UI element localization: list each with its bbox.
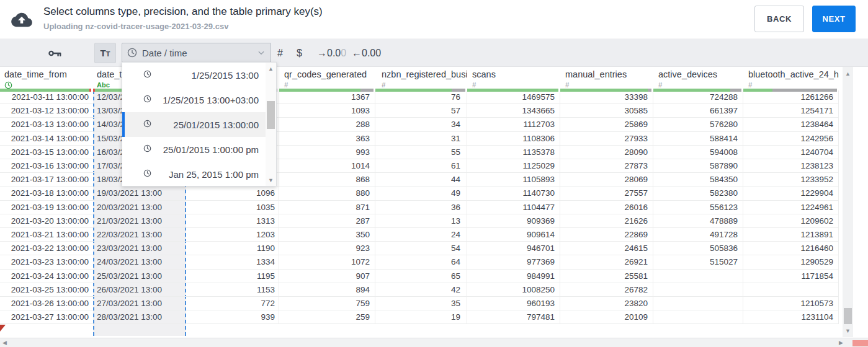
table-cell: 515027 — [653, 255, 743, 269]
table-cell: 1209602 — [743, 214, 839, 228]
next-button[interactable]: NEXT — [812, 6, 856, 32]
table-cell — [653, 270, 743, 283]
table-cell: 1238123 — [743, 159, 839, 173]
table-cell: 1104477 — [467, 201, 560, 214]
table-cell: 26016 — [560, 201, 653, 214]
back-button[interactable]: BACK — [754, 6, 804, 32]
table-cell: 64 — [375, 255, 467, 269]
increase-decimals-button[interactable]: ←0.00 — [352, 39, 381, 67]
table-cell: 2021-03-14 13:00:00 — [0, 132, 93, 146]
table-cell: 1008250 — [467, 283, 560, 297]
column-header-scans[interactable]: scans — [472, 69, 496, 79]
table-cell: 1233952 — [743, 173, 839, 187]
table-cell: 1108306 — [467, 132, 560, 146]
left-arrow-icon: ← — [352, 48, 362, 59]
column-header-bluetooth_active_24_hr_[interactable]: bluetooth_active_24_hr_ — [748, 69, 839, 79]
table-cell: 1313 — [186, 214, 279, 228]
page-title: Select columns type, precision, and the … — [43, 6, 323, 18]
scroll-right-icon[interactable]: ▶ — [839, 340, 843, 346]
horizontal-scroll-thumb[interactable] — [852, 340, 868, 346]
text-type-indicator: Abc — [97, 81, 110, 89]
table-cell: 1112703 — [467, 118, 560, 131]
table-cell: 23/03/2021 13:00 — [93, 242, 186, 255]
vertical-scrollbar[interactable]: ▲ ▼ — [843, 67, 853, 337]
table-cell: 2021-03-22 13:00:00 — [0, 242, 93, 255]
date-format-option[interactable]: 25/01/2015 13:00:00 — [122, 112, 266, 137]
table-cell: 25581 — [560, 270, 653, 283]
table-cell: 724288 — [653, 90, 743, 104]
table-cell: 2021-03-26 13:00:00 — [0, 297, 93, 310]
number-type-indicator: # — [658, 81, 662, 89]
table-cell: 1469575 — [467, 90, 560, 104]
integer-type-button[interactable]: # — [277, 39, 283, 67]
column-header-date_time_from[interactable]: date_time_from — [4, 69, 67, 79]
table-cell: 2021-03-16 13:00:00 — [0, 159, 93, 173]
horizontal-scrollbar[interactable]: ◀ ▶ — [0, 338, 868, 347]
table-cell: 661397 — [653, 104, 743, 118]
column-type-dropdown[interactable]: Date / time — [122, 43, 271, 63]
table-row: 2021-03-23 13:00:0024/03/2021 13:0013341… — [0, 255, 839, 269]
table-cell: 30585 — [560, 104, 653, 118]
table-cell: 61 — [375, 159, 467, 173]
table-cell: 1290529 — [743, 255, 839, 269]
dropdown-scroll-thumb[interactable] — [267, 101, 275, 129]
table-cell: 587890 — [653, 159, 743, 173]
right-arrow-icon: → — [317, 48, 327, 59]
table-row: 2021-03-18 13:00:0019/03/2021 13:0010968… — [0, 187, 839, 200]
table-cell: 1229904 — [743, 187, 839, 200]
table-cell: 2021-03-25 13:00:00 — [0, 283, 93, 297]
table-row: 2021-03-26 13:00:0027/03/2021 13:0077275… — [0, 297, 839, 310]
table-cell: 23820 — [560, 297, 653, 310]
dropdown-scroll-up-icon[interactable]: ▲ — [268, 66, 274, 72]
table-cell: 491728 — [653, 228, 743, 242]
primary-key-button[interactable] — [48, 39, 62, 67]
wizard-header: Select columns type, precision, and the … — [0, 0, 868, 38]
column-header-manual_entries[interactable]: manual_entries — [565, 69, 627, 79]
currency-type-button[interactable]: $ — [297, 39, 302, 67]
table-cell: 576280 — [653, 118, 743, 131]
table-cell: 287 — [279, 214, 375, 228]
table-cell: 2021-03-24 13:00:00 — [0, 270, 93, 283]
date-format-option[interactable]: 1/25/2015 13:00+03:00 — [122, 87, 266, 112]
table-cell: 588414 — [653, 132, 743, 146]
column-header-date_t[interactable]: date_t — [97, 69, 122, 79]
decrease-decimals-button[interactable]: →0.00 — [317, 39, 346, 67]
clock-icon — [143, 119, 151, 130]
scroll-up-icon[interactable]: ▲ — [845, 71, 851, 77]
table-cell: 2021-03-27 13:00:00 — [0, 310, 93, 324]
table-cell: 868 — [279, 173, 375, 187]
text-type-button[interactable]: Tt — [94, 43, 116, 63]
key-icon — [48, 49, 62, 58]
table-cell: 1240704 — [743, 146, 839, 159]
date-format-option[interactable]: 25/01/2015 1:00:00 pm — [122, 137, 266, 162]
table-cell: 1125029 — [467, 159, 560, 173]
table-cell: 288 — [279, 118, 375, 131]
table-cell — [653, 297, 743, 310]
table-cell: 478889 — [653, 214, 743, 228]
column-header-active_devices[interactable]: active_devices — [658, 69, 717, 79]
row-error-marker — [0, 325, 6, 332]
dropdown-scroll-down-icon[interactable]: ▼ — [268, 177, 274, 183]
table-cell: 36 — [375, 201, 467, 214]
dropdown-scrollbar[interactable]: ▲ ▼ — [266, 63, 276, 186]
table-cell: 1072 — [279, 255, 375, 269]
table-cell: 582380 — [653, 187, 743, 200]
date-format-option[interactable]: 1/25/2015 13:00 — [122, 63, 266, 87]
table-cell: 556123 — [653, 201, 743, 214]
include-column-checkbox[interactable]: ✓ — [77, 39, 87, 67]
table-cell: 984991 — [467, 270, 560, 283]
column-header-qr_codes_generated[interactable]: qr_codes_generated — [284, 69, 367, 79]
clock-icon — [143, 144, 151, 155]
table-row: 2021-03-27 13:00:0028/03/2021 13:0093925… — [0, 310, 839, 324]
table-cell: 49 — [375, 187, 467, 200]
table-cell: 22/03/2021 13:00 — [93, 228, 186, 242]
table-cell: 939 — [186, 310, 279, 324]
vertical-scroll-thumb[interactable] — [844, 308, 852, 324]
scroll-down-icon[interactable]: ▼ — [845, 328, 851, 334]
date-format-option[interactable]: Jan 25, 2015 1:00 pm — [122, 162, 266, 187]
table-row: 2021-03-22 13:00:0023/03/2021 13:0011909… — [0, 242, 839, 255]
column-header-nzbn_registered_busine[interactable]: nzbn_registered_busine — [382, 69, 467, 79]
scroll-left-icon[interactable]: ◀ — [2, 340, 7, 346]
table-cell: 2021-03-15 13:00:00 — [0, 146, 93, 159]
table-cell: 894 — [279, 283, 375, 297]
